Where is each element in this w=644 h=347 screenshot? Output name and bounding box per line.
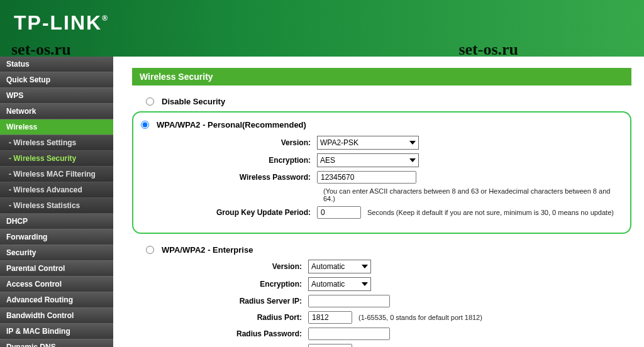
mode-personal[interactable]: WPA/WPA2 - Personal(Recommended) <box>141 120 623 129</box>
enterprise-radius-password-label: Radius Password: <box>132 329 308 338</box>
nav-item[interactable]: Security <box>0 245 113 261</box>
nav-item[interactable]: Parental Control <box>0 261 113 277</box>
personal-version-label: Version: <box>141 138 317 147</box>
enterprise-radius-port-input[interactable] <box>308 311 352 324</box>
mode-disable-radio[interactable] <box>146 97 154 106</box>
enterprise-encryption-select[interactable]: Automatic <box>308 277 371 291</box>
chevron-down-icon <box>409 158 416 162</box>
enterprise-encryption-label: Encryption: <box>132 280 308 289</box>
nav-sub-item[interactable]: - Wireless Settings <box>0 135 113 151</box>
nav-item[interactable]: DHCP <box>0 214 113 229</box>
mode-enterprise-radio[interactable] <box>146 246 154 254</box>
personal-groupkey-label: Group Key Update Period: <box>141 208 317 217</box>
page-title: Wireless Security <box>132 68 631 85</box>
personal-encryption-select[interactable]: AES <box>317 153 419 167</box>
personal-groupkey-hint: Seconds (Keep it default if you are not … <box>367 209 614 216</box>
personal-password-input[interactable] <box>317 171 416 184</box>
chevron-down-icon <box>362 282 368 286</box>
page-header: TP-LINK® set-os.ru set-os.ru <box>0 0 644 57</box>
enterprise-groupkey-input[interactable] <box>308 344 352 347</box>
personal-password-hint: (You can enter ASCII characters between … <box>323 187 623 202</box>
enterprise-version-label: Version: <box>132 262 308 271</box>
watermark-right: set-os.ru <box>458 40 518 59</box>
mode-disable-security[interactable]: Disable Security <box>146 97 631 106</box>
nav-sub-item[interactable]: - Wireless Statistics <box>0 198 113 214</box>
mode-personal-label: WPA/WPA2 - Personal(Recommended) <box>157 120 306 129</box>
nav-item[interactable]: WPS <box>0 88 113 104</box>
personal-encryption-label: Encryption: <box>141 156 317 165</box>
content-area: Wireless Security Disable Security WPA/W… <box>113 57 644 347</box>
nav-item[interactable]: Network <box>0 104 113 119</box>
enterprise-version-select[interactable]: Automatic <box>308 260 371 273</box>
nav-item[interactable]: Status <box>0 57 113 72</box>
nav-item[interactable]: Forwarding <box>0 229 113 245</box>
brand-logo: TP-LINK® <box>14 11 644 35</box>
chevron-down-icon <box>362 265 368 268</box>
enterprise-radius-ip-label: Radius Server IP: <box>132 297 308 306</box>
mode-enterprise[interactable]: WPA/WPA2 - Enterprise <box>146 245 631 255</box>
personal-highlight-box: WPA/WPA2 - Personal(Recommended) Version… <box>132 111 631 234</box>
personal-password-label: Wireless Password: <box>141 173 317 182</box>
nav-item[interactable]: Bandwidth Control <box>0 308 113 324</box>
watermark-left: set-os.ru <box>11 40 71 59</box>
chevron-down-icon <box>409 141 416 145</box>
mode-disable-label: Disable Security <box>162 97 225 106</box>
mode-personal-radio[interactable] <box>141 121 149 129</box>
enterprise-radius-password-input[interactable] <box>308 328 390 340</box>
nav-sub-item[interactable]: - Wireless MAC Filtering <box>0 167 113 182</box>
enterprise-radius-port-hint: (1-65535, 0 stands for default port 1812… <box>358 314 482 321</box>
nav-sub-item[interactable]: - Wireless Advanced <box>0 182 113 198</box>
sidebar-nav: StatusQuick SetupWPSNetworkWireless- Wir… <box>0 57 113 347</box>
enterprise-radius-ip-input[interactable] <box>308 295 390 307</box>
personal-version-select[interactable]: WPA2-PSK <box>317 136 419 150</box>
nav-item[interactable]: Access Control <box>0 277 113 292</box>
enterprise-radius-port-label: Radius Port: <box>132 313 308 322</box>
nav-item[interactable]: Wireless <box>0 119 113 135</box>
nav-item[interactable]: Advanced Routing <box>0 292 113 308</box>
nav-item[interactable]: Quick Setup <box>0 72 113 88</box>
personal-groupkey-input[interactable] <box>317 206 361 219</box>
nav-item[interactable]: IP & MAC Binding <box>0 324 113 339</box>
mode-enterprise-label: WPA/WPA2 - Enterprise <box>162 245 253 255</box>
nav-item[interactable]: Dynamic DNS <box>0 339 113 347</box>
nav-sub-item[interactable]: - Wireless Security <box>0 151 113 167</box>
